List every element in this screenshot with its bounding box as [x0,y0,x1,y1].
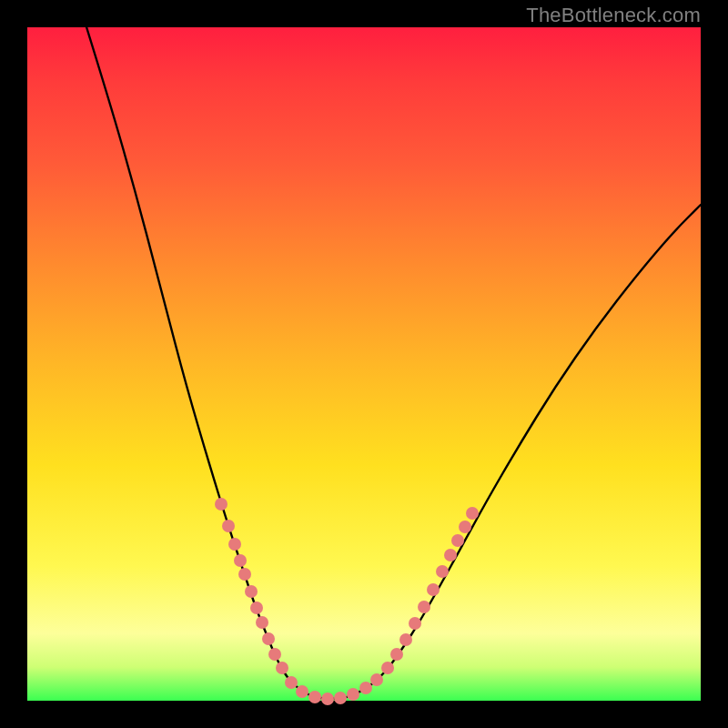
highlight-dot [444,549,457,561]
highlight-dot [276,662,288,674]
highlight-dot [285,676,298,689]
highlight-dot [222,520,235,532]
highlight-dot [459,521,471,533]
plot-area [27,27,701,701]
highlight-dot [268,648,281,661]
highlight-dot [418,601,430,613]
highlight-dot [381,662,394,674]
curve-svg [27,27,701,701]
highlight-dot [359,682,372,694]
highlight-dot [334,692,347,704]
chart-frame: TheBottleneck.com [0,0,728,728]
highlight-dot [215,498,228,511]
highlight-dot [234,554,247,567]
bottleneck-curve [84,18,701,699]
highlight-dot [427,583,440,596]
highlight-dot [370,673,383,686]
highlight-dot [250,602,263,614]
highlight-dot [262,632,275,645]
highlight-dot [409,617,421,630]
highlight-dot [296,685,308,698]
highlight-dot [238,568,251,581]
highlight-dot [436,565,449,578]
watermark-text: TheBottleneck.com [526,4,701,27]
highlight-dot [466,507,479,520]
highlight-dot [451,534,464,547]
highlight-dot [228,538,241,551]
highlight-dot [245,585,258,598]
highlight-dot [347,688,359,701]
highlight-dot [390,648,403,661]
highlight-dot [399,633,412,646]
highlight-dot [256,616,268,629]
highlight-dot [321,693,334,705]
highlight-dot [308,691,321,703]
